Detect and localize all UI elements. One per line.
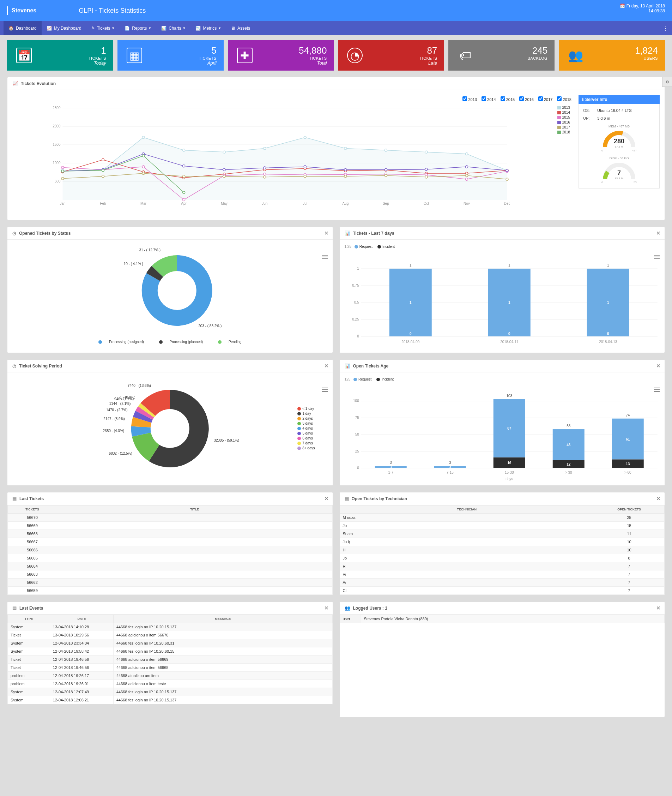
year-check-2015[interactable]: 2015 [501, 98, 515, 102]
stat-label: BACKLOG [527, 56, 547, 60]
svg-point-66 [384, 169, 387, 171]
chart-menu-icon[interactable] [322, 254, 328, 260]
svg-text:16: 16 [507, 461, 512, 465]
svg-point-61 [183, 165, 185, 167]
svg-text:1 - (0.0%): 1 - (0.0%) [120, 395, 136, 399]
panel-title: Open Tickets Age [353, 364, 389, 369]
panel-last-tickets: ▤ Last Tickets ✕ Tickets Title 56670 566… [7, 492, 333, 595]
year-check-2014[interactable]: 2014 [482, 98, 496, 102]
year-check-2016[interactable]: 2016 [519, 98, 534, 102]
gauge-value: 7 [617, 169, 621, 177]
calendar-icon: 📅 [16, 48, 32, 63]
svg-text:3: 3 [389, 461, 392, 465]
close-icon[interactable]: ✕ [656, 363, 660, 369]
last-events-table: Type Date Message System13-04-2018 14:10… [7, 615, 333, 704]
solving-donut-chart: 32305 - (59.1%)6832 - (12.5%)2350 - (4.3… [12, 377, 328, 480]
close-icon[interactable]: ✕ [656, 605, 660, 611]
svg-text:> 60: > 60 [624, 470, 631, 474]
svg-point-82 [61, 170, 64, 172]
svg-text:3: 3 [449, 461, 451, 465]
evolution-legend: 2013 2014 2015 2016 2017 2018 [557, 106, 570, 135]
svg-text:> 30: > 30 [565, 470, 572, 474]
svg-point-35 [102, 159, 104, 161]
settings-tab-gear-icon[interactable]: ⚙ [662, 77, 672, 87]
col-message: Message [114, 615, 333, 623]
svg-point-46 [61, 166, 64, 169]
topbar: Stevenes GLPI - Tickets Statistics 📅Frid… [0, 0, 672, 21]
evolution-chart: 5001000150020002500JanFebMarAprMayJunJul… [12, 104, 571, 210]
calendar-grid-icon: ▦ [126, 48, 142, 63]
svg-text:2350 - (4.3%): 2350 - (4.3%) [103, 429, 125, 433]
nav-more-icon[interactable]: ⋮ [662, 24, 669, 32]
svg-point-69 [506, 169, 508, 172]
line-chart-icon: 📉 [195, 26, 201, 31]
year-check-2013[interactable]: 2013 [462, 98, 477, 102]
svg-text:103: 103 [506, 394, 512, 398]
last7-bar-chart: 10.750.50.2502018-04-091102018-04-111102… [345, 250, 660, 345]
close-icon[interactable]: ✕ [325, 605, 328, 611]
stat-card-today[interactable]: 📅 1 TICKETS Today [7, 40, 113, 71]
svg-point-48 [142, 165, 145, 168]
svg-point-73 [183, 175, 185, 178]
nav-dashboard[interactable]: 🏠Dashboard [3, 21, 42, 35]
year-check-2017[interactable]: 2017 [538, 98, 553, 102]
stat-number: 1 [88, 45, 106, 56]
svg-point-81 [506, 178, 508, 180]
label-uptime: UP: [583, 116, 597, 120]
svg-text:Jun: Jun [262, 202, 267, 205]
close-icon[interactable]: ✕ [656, 231, 660, 236]
nav-reports[interactable]: 📄Reports▼ [120, 21, 156, 35]
year-filter: 2013 2014 2015 2016 2017 2018 [12, 95, 571, 104]
nav-my-dashboard[interactable]: 📈My Dashboard [42, 21, 86, 35]
year-check-2018[interactable]: 2018 [557, 98, 571, 102]
svg-text:2500: 2500 [53, 106, 61, 110]
svg-text:1: 1 [409, 263, 411, 267]
svg-text:Aug: Aug [342, 202, 349, 205]
close-icon[interactable]: ✕ [656, 496, 660, 501]
svg-point-32 [465, 153, 468, 155]
svg-text:Jul: Jul [302, 202, 307, 205]
stat-card-month[interactable]: ▦ 5 TICKETS April [117, 40, 224, 71]
svg-point-65 [344, 169, 347, 171]
svg-text:32305 - (59.1%): 32305 - (59.1%) [214, 438, 239, 442]
server-info-panel: ℹServer Info OS:Ubuntu 16.04.4 LTS UP:3 … [571, 95, 660, 215]
col-tickets: Tickets [8, 506, 57, 514]
chart-menu-icon[interactable] [654, 387, 660, 393]
monitor-icon: 🖥 [231, 26, 235, 31]
panel-title: Tickets - Last 7 days [353, 231, 394, 236]
svg-text:1144 - (2.1%): 1144 - (2.1%) [109, 402, 131, 406]
svg-point-64 [304, 165, 306, 168]
svg-text:Mar: Mar [141, 202, 147, 205]
panel-solving-period: ◔ Ticket Solving Period ✕ 32305 - (59.1%… [7, 359, 333, 486]
value-os: Ubuntu 16.04.4 LTS [597, 108, 632, 112]
svg-text:75: 75 [355, 416, 359, 420]
close-icon[interactable]: ✕ [325, 496, 328, 501]
stat-card-late[interactable]: ◔ 87 TICKETS Late [338, 40, 444, 71]
stat-card-backlog[interactable]: 🏷 245 BACKLOG [448, 40, 555, 71]
users-icon: 👥 [345, 605, 350, 611]
close-icon[interactable]: ✕ [325, 231, 328, 236]
logged-users-table: user Stevenes Portela Vieira Donato (889… [340, 615, 665, 623]
svg-text:Apr: Apr [181, 202, 187, 205]
stat-card-users[interactable]: 👥 1,824 USERS [559, 40, 665, 71]
main-nav: 🏠Dashboard 📈My Dashboard ✎Tickets▼ 📄Repo… [0, 21, 672, 35]
chart-menu-icon[interactable] [322, 387, 328, 393]
svg-text:3: 3 [449, 465, 451, 470]
svg-text:46: 46 [566, 443, 571, 447]
svg-text:1500: 1500 [53, 143, 61, 146]
svg-point-27 [264, 147, 266, 150]
col-title: Title [57, 506, 333, 514]
nav-assets[interactable]: 🖥Assets [226, 21, 255, 35]
close-icon[interactable]: ✕ [325, 363, 328, 369]
nav-charts[interactable]: 📊Charts▼ [156, 21, 190, 35]
svg-text:25: 25 [355, 449, 359, 453]
nav-tickets[interactable]: ✎Tickets▼ [86, 21, 120, 35]
stat-card-total[interactable]: ✚ 54,880 TICKETS Total [228, 40, 334, 71]
svg-text:0.75: 0.75 [352, 284, 359, 287]
svg-text:0.5: 0.5 [354, 300, 359, 304]
stat-label: TICKETS [419, 56, 437, 60]
nav-metrics[interactable]: 📉Metrics▼ [190, 21, 226, 35]
chart-menu-icon[interactable] [654, 254, 660, 260]
svg-point-25 [183, 149, 185, 151]
svg-point-30 [384, 149, 387, 151]
